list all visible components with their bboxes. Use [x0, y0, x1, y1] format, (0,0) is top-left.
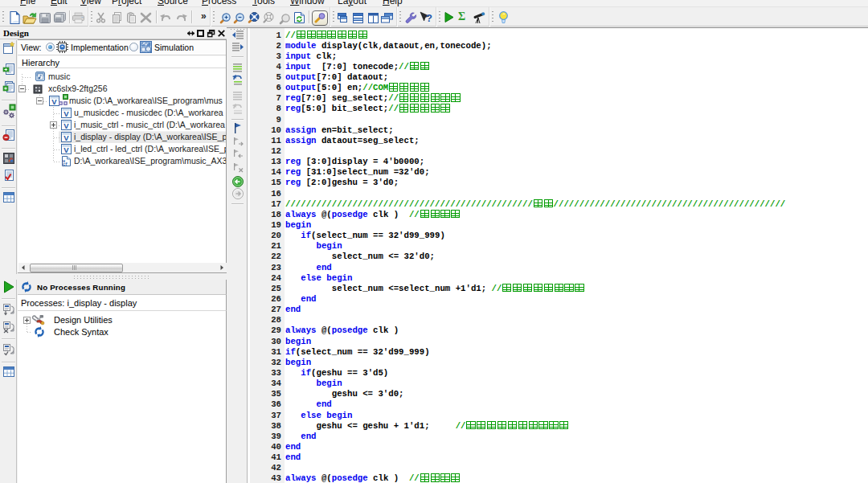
svg-text:V: V — [51, 97, 57, 106]
svg-text:V: V — [63, 133, 69, 142]
svg-text:cf: cf — [63, 162, 68, 167]
svg-text:V: V — [63, 145, 69, 154]
svg-text:V: V — [63, 109, 69, 118]
svg-text:V: V — [63, 121, 69, 130]
svg-text:?: ? — [426, 12, 432, 24]
